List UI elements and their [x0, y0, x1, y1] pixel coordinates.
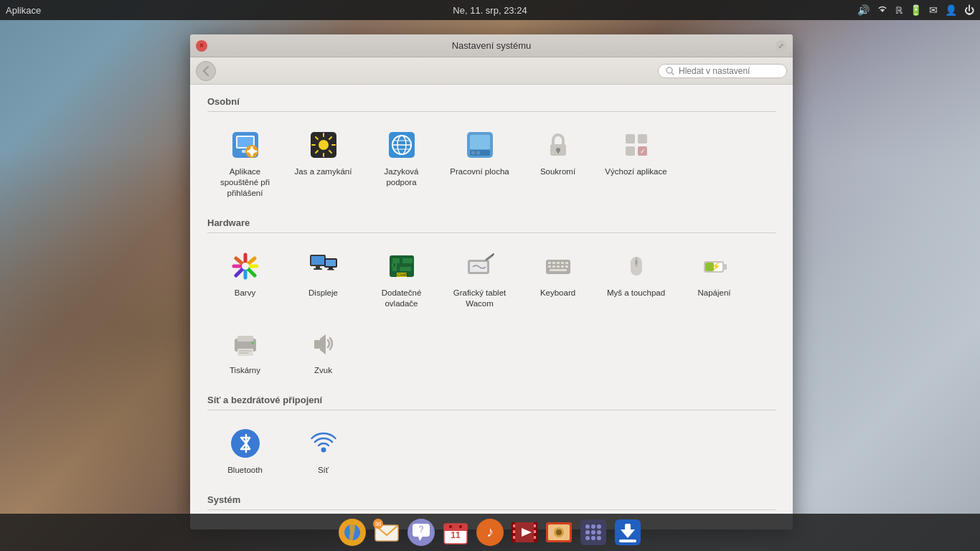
svg-text:✓: ✓ [640, 148, 646, 155]
svg-rect-58 [327, 269, 334, 270]
taskbar-browser[interactable] [337, 517, 367, 547]
svg-rect-77 [565, 262, 568, 264]
item-colors-label: Barvy [235, 288, 255, 298]
svg-rect-63 [400, 267, 411, 271]
item-bluetooth[interactable]: Bluetooth [207, 419, 283, 483]
search-input[interactable] [679, 66, 779, 76]
item-desktop[interactable]: Pracovní plocha [442, 121, 517, 206]
item-brightness-label: Jas a zamykání [295, 166, 352, 177]
svg-rect-149 [534, 536, 536, 539]
svg-rect-80 [557, 265, 560, 268]
item-sound[interactable]: Zvuk [286, 319, 361, 383]
svg-rect-144 [513, 524, 515, 527]
item-drivers[interactable]: CHIP Dodatečné ovladače [364, 242, 439, 316]
svg-rect-146 [513, 536, 515, 539]
item-privacy[interactable]: Soukromí [520, 121, 595, 206]
volume-icon[interactable]: 🔊 [857, 4, 870, 16]
svg-rect-76 [561, 262, 564, 264]
svg-point-0 [666, 67, 672, 73]
mouse-icon [621, 251, 651, 281]
item-default-apps[interactable]: ✓ Výchozí aplikace [598, 121, 674, 206]
svg-rect-96 [239, 352, 249, 354]
svg-text:✉: ✉ [375, 520, 381, 528]
svg-rect-36 [626, 134, 635, 143]
wifi-icon[interactable] [877, 4, 888, 17]
svg-rect-9 [250, 154, 253, 156]
svg-text:?: ? [419, 524, 424, 534]
svg-rect-167 [625, 524, 631, 532]
window-toolbar [190, 57, 793, 85]
close-button[interactable]: × [196, 40, 207, 52]
svg-point-162 [585, 536, 590, 540]
svg-text:⚡: ⚡ [711, 261, 721, 271]
taskbar-shotwell[interactable] [544, 517, 574, 547]
svg-point-154 [556, 529, 562, 535]
taskbar-music[interactable]: ♪ [475, 517, 505, 547]
svg-rect-79 [552, 265, 555, 268]
svg-rect-54 [314, 268, 322, 270]
item-printers[interactable]: Tiskárny [207, 319, 283, 383]
taskbar-calendar[interactable]: 11 [440, 517, 471, 547]
item-network[interactable]: Síť [286, 419, 361, 483]
colors-icon [230, 251, 260, 281]
item-brightness[interactable]: Jas a zamykání [286, 121, 361, 206]
battery-icon[interactable]: 🔋 [910, 4, 922, 16]
svg-rect-98 [314, 340, 320, 349]
drivers-icon: CHIP [387, 251, 417, 281]
back-button[interactable] [196, 61, 216, 81]
svg-rect-83 [550, 269, 567, 271]
item-language[interactable]: Jazyková podpora [364, 121, 439, 206]
item-wacom-label: Grafický tablet Wacom [448, 288, 512, 309]
user-icon[interactable]: 👤 [945, 4, 957, 16]
svg-point-160 [591, 530, 595, 534]
window-titlebar: × Nastavení systému ⤢ [190, 34, 793, 57]
svg-point-163 [591, 536, 595, 540]
svg-rect-8 [250, 146, 253, 149]
svg-point-164 [597, 536, 601, 540]
power-icon[interactable]: ⏻ [964, 4, 974, 16]
svg-rect-52 [311, 256, 324, 265]
svg-point-136 [459, 525, 462, 528]
svg-rect-11 [254, 151, 257, 153]
section-header-hardware: Hardware [207, 217, 776, 233]
bluetooth-panel-icon[interactable]: ℝ [895, 5, 903, 16]
svg-rect-53 [316, 266, 320, 268]
search-box[interactable] [658, 64, 787, 78]
item-mouse[interactable]: Myš a touchpad [598, 242, 674, 316]
panel-left: Aplikace [6, 5, 41, 16]
maximize-button[interactable]: ⤢ [776, 40, 787, 52]
settings-window: × Nastavení systému ⤢ Osobní [190, 34, 793, 529]
brightness-icon [308, 130, 339, 160]
svg-rect-56 [326, 260, 336, 266]
desktop-icon [465, 130, 495, 160]
search-icon [666, 67, 674, 75]
svg-rect-75 [557, 262, 560, 264]
panel-datetime: Ne, 11. srp, 23:24 [453, 5, 527, 16]
item-startup-apps[interactable]: Aplikace spouštěné při přihlášení [207, 121, 283, 206]
svg-text:CHIP: CHIP [397, 273, 407, 277]
taskbar-download[interactable] [613, 517, 643, 547]
taskbar-slingshot[interactable] [578, 517, 608, 547]
item-wacom[interactable]: Grafický tablet Wacom [442, 242, 517, 316]
svg-rect-147 [534, 524, 536, 527]
svg-rect-82 [565, 265, 568, 268]
taskbar: ✉ ? 11 ♪ [0, 514, 980, 551]
svg-line-1 [672, 72, 674, 75]
item-colors[interactable]: Barvy [207, 242, 283, 316]
app-menu[interactable]: Aplikace [6, 5, 41, 16]
email-icon[interactable]: ✉ [929, 4, 938, 16]
item-power[interactable]: ⚡ Napájení [677, 242, 752, 316]
item-displays[interactable]: Displeje [286, 242, 361, 316]
svg-line-70 [486, 255, 492, 260]
taskbar-video[interactable] [509, 517, 540, 547]
grid-network: Bluetooth Síť [207, 419, 776, 483]
taskbar-mail[interactable]: ✉ [372, 517, 402, 547]
printers-icon [230, 329, 260, 359]
svg-rect-60 [392, 258, 400, 263]
window-content: Osobní [190, 85, 793, 529]
item-keyboard[interactable]: Keyboard [520, 242, 595, 316]
svg-point-161 [597, 530, 601, 534]
svg-point-157 [591, 524, 595, 529]
svg-rect-29 [470, 135, 490, 149]
taskbar-chat[interactable]: ? [406, 517, 436, 547]
